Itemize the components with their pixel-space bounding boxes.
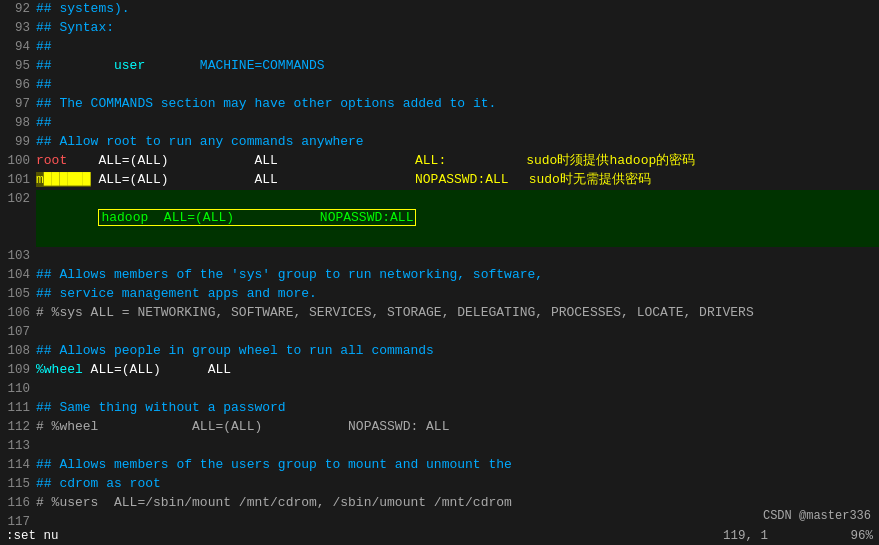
line-108: 108 ## Allows people in group wheel to r… bbox=[0, 342, 879, 361]
line-107: 107 bbox=[0, 323, 879, 342]
line-105: 105 ## service management apps and more. bbox=[0, 285, 879, 304]
line-116: 116 # %users ALL=/sbin/mount /mnt/cdrom,… bbox=[0, 494, 879, 513]
annotation-nopasswd: NOPASSWD:ALLsudo时无需提供密码 bbox=[415, 171, 651, 190]
line-112: 112 # %wheel ALL=(ALL) NOPASSWD: ALL bbox=[0, 418, 879, 437]
line-95: 95 ## user MACHINE=COMMANDS bbox=[0, 57, 879, 76]
terminal: 92 ## systems). 93 ## Syntax: 94 ## 95 #… bbox=[0, 0, 879, 545]
line-114: 114 ## Allows members of the users group… bbox=[0, 456, 879, 475]
line-93: 93 ## Syntax: bbox=[0, 19, 879, 38]
line-92: 92 ## systems). bbox=[0, 0, 879, 19]
vim-command: :set nu bbox=[6, 529, 59, 543]
watermark: CSDN @master336 bbox=[763, 509, 871, 523]
code-area: 92 ## systems). 93 ## Syntax: 94 ## 95 #… bbox=[0, 0, 879, 545]
line-96: 96 ## bbox=[0, 76, 879, 95]
line-106: 106 # %sys ALL = NETWORKING, SOFTWARE, S… bbox=[0, 304, 879, 323]
line-94: 94 ## bbox=[0, 38, 879, 57]
line-104: 104 ## Allows members of the 'sys' group… bbox=[0, 266, 879, 285]
line-99: 99 ## Allow root to run any commands any… bbox=[0, 133, 879, 152]
line-111: 111 ## Same thing without a password bbox=[0, 399, 879, 418]
line-98: 98 ## bbox=[0, 114, 879, 133]
line-97: 97 ## The COMMANDS section may have othe… bbox=[0, 95, 879, 114]
line-109: 109 %wheel ALL=(ALL) ALL bbox=[0, 361, 879, 380]
line-110: 110 bbox=[0, 380, 879, 399]
cursor-position: 119, 1 96% bbox=[723, 529, 873, 543]
line-102: 102 hadoop ALL=(ALL) NOPASSWD:ALL bbox=[0, 190, 879, 247]
line-115: 115 ## cdrom as root bbox=[0, 475, 879, 494]
line-103: 103 bbox=[0, 247, 879, 266]
line-113: 113 bbox=[0, 437, 879, 456]
status-bar: :set nu 119, 1 96% bbox=[0, 527, 879, 545]
annotation-all: ALL:sudo时须提供hadoop的密码 bbox=[415, 152, 695, 171]
